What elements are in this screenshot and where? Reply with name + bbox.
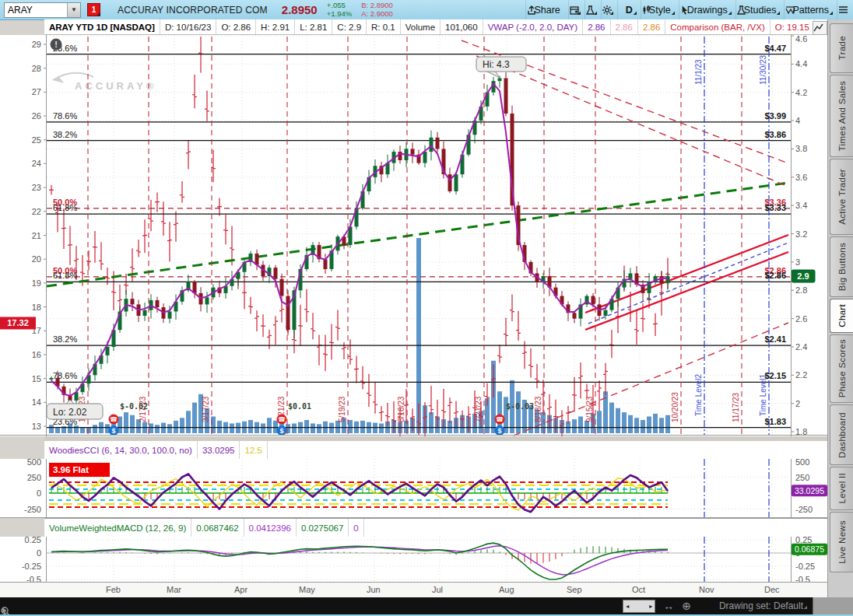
line-chart-icon [813, 23, 823, 33]
ohlc-header-cell: C: 2.9 [332, 19, 367, 34]
study-header-cell[interactable]: VolumeWeightedMACD (12, 26, 9) [44, 519, 191, 537]
sidebar-tab-active-trader[interactable]: Active Trader [830, 159, 853, 235]
svg-text:15: 15 [32, 374, 41, 383]
patterns-icon [785, 5, 796, 16]
style-button[interactable]: Style [641, 0, 679, 19]
study-header-cell[interactable]: WoodiesCCI (6, 14, 30.0, 100.0, no) [44, 441, 198, 459]
ohlc-header-cell: H: 2.91 [256, 19, 295, 34]
svg-text:2.4: 2.4 [795, 342, 807, 352]
sidebar-tab-phase-scores[interactable]: Phase Scores [830, 334, 853, 403]
month-label: Aug [499, 585, 514, 594]
ohlc-header-cell: 101,060 [441, 19, 483, 34]
svg-text:-0.25: -0.25 [22, 562, 41, 571]
ohlc-header-cell: 2.86 [611, 19, 638, 34]
sidebar-tab-level-ii[interactable]: Level II [830, 467, 853, 510]
dividend-icon[interactable]: $ [109, 425, 119, 436]
ohlc-header-cell: O: 2.86 [216, 19, 256, 34]
share-icon [526, 5, 537, 16]
month-label: Jul [432, 585, 443, 594]
svg-text:500: 500 [795, 459, 809, 467]
alert-count-badge[interactable]: 1 [87, 3, 100, 16]
chart-mode-button[interactable] [813, 21, 827, 35]
sidebar-tab-label: Phase Scores [837, 339, 847, 397]
svg-text:16: 16 [32, 350, 41, 359]
study-header-cell[interactable]: 12.5 [240, 441, 267, 459]
svg-text:22: 22 [32, 207, 41, 216]
earnings-call-icon[interactable]: ☎ [109, 415, 119, 425]
settings-button[interactable] [601, 0, 617, 19]
study-header-cell[interactable]: 0.0275067 [297, 519, 349, 537]
svg-text:$0.01: $0.01 [288, 402, 311, 411]
ohlc-header-cell: ARAY YTD 1D [NASDAQ] [44, 19, 160, 34]
study-header-cell[interactable]: 0.0412396 [244, 519, 297, 537]
ohlc-header-cell: 2.86 [638, 19, 665, 34]
symbol-input[interactable] [5, 3, 67, 17]
dividend-icon[interactable]: $ [277, 425, 287, 436]
svg-text:6/16/23: 6/16/23 [397, 396, 405, 422]
month-label: Apr [234, 585, 247, 594]
sidebar-tab-big-buttons[interactable]: Big Buttons [830, 236, 853, 297]
svg-text:0.25: 0.25 [795, 537, 812, 544]
pan-right-icon[interactable]: ▸ [649, 603, 652, 610]
month-label: Mar [167, 585, 181, 594]
svg-text:19: 19 [32, 278, 41, 288]
chart-style-icon [641, 5, 651, 16]
patterns-button[interactable]: Patterns [784, 0, 837, 19]
pan-left-icon[interactable]: ◂ [626, 603, 629, 610]
svg-text:11/30/23: 11/30/23 [759, 54, 767, 85]
earnings-call-icon[interactable]: ☎ [277, 415, 287, 425]
sidebar-tab-times-and-sales[interactable]: Times And Sales [830, 75, 853, 157]
sidebar-tab-live-news[interactable]: Live News [830, 512, 853, 572]
dividend-icon[interactable]: $ [495, 425, 505, 436]
drawing-set-selector[interactable]: Drawing set: Default [719, 600, 809, 611]
earnings-call-icon[interactable]: ☎ [495, 415, 505, 425]
studies-button[interactable]: Studies [735, 0, 785, 19]
svg-text:3.96 Flat: 3.96 Flat [53, 465, 89, 474]
svg-text:Hi: 4.3: Hi: 4.3 [483, 59, 510, 70]
study-header-cell[interactable]: 0 [349, 519, 363, 537]
symbol-dropdown-arrow-icon[interactable]: ▼ [67, 3, 80, 17]
svg-text:!: ! [54, 40, 58, 49]
price-change: +.055+1.94% [327, 2, 353, 18]
gadget-sidebar: TradeTimes And SalesActive TraderBig But… [827, 19, 853, 597]
expand-horizontal-icon[interactable]: ↔ [663, 600, 674, 611]
instrument-info-icon[interactable]: ! [51, 39, 62, 51]
macd-pane[interactable]: 0.250.2500-0.25-0.25-0.5-0.50.06875 [0, 537, 827, 582]
pan-buttons[interactable]: ◂▸ [623, 600, 655, 613]
sidebar-tab-label: Big Buttons [837, 243, 847, 291]
symbol-combo[interactable]: ▼ [4, 2, 81, 18]
menu-button[interactable] [837, 0, 853, 19]
studies-flask-icon [736, 5, 746, 16]
sidebar-tab-dashboard[interactable]: Dashboard [830, 404, 853, 465]
svg-text:11/1/23: 11/1/23 [694, 59, 703, 85]
month-label: Jun [367, 585, 381, 594]
svg-text:17.32: 17.32 [7, 318, 29, 327]
svg-text:-0.25: -0.25 [795, 562, 815, 571]
woodies-cci-pane[interactable]: 3.96 Flat5002500-250500250-25033.0295 [0, 459, 827, 518]
svg-text:28: 28 [32, 64, 41, 73]
sidebar-tab-chart[interactable]: Chart [830, 299, 853, 333]
svg-text:$2.41: $2.41 [764, 334, 786, 344]
macd-study-header: VolumeWeightedMACD (12, 26, 9)0.06874620… [44, 518, 827, 537]
svg-text:33.0295: 33.0295 [795, 486, 824, 495]
study-header-cell[interactable]: 33.0295 [198, 441, 240, 459]
month-label: Nov [699, 585, 714, 594]
sidebar-tab-trade[interactable]: Trade [830, 23, 853, 73]
svg-text:$: $ [497, 427, 501, 435]
chart-bottom-toolbar: ◂▸ ↔ ⊕ Drawing set: Default [0, 597, 853, 614]
flask-button[interactable] [584, 0, 601, 19]
main-price-chart[interactable]: ACCURAY®1.822.22.42.62.833.23.43.63.844.… [0, 35, 827, 436]
bottom-bar-resize-area[interactable] [813, 597, 853, 614]
svg-text:☎: ☎ [496, 416, 504, 423]
ohlc-header-cell: L: 2.81 [295, 19, 332, 34]
svg-text:5/19/23: 5/19/23 [338, 396, 346, 422]
drawings-button[interactable]: Drawings [679, 0, 735, 19]
timeframe-button[interactable]: D [617, 0, 641, 19]
svg-text:-250: -250 [795, 505, 813, 514]
study-header-cell[interactable]: 0.0687462 [191, 519, 244, 537]
svg-text:61.8%: 61.8% [53, 203, 77, 212]
month-label: Sep [567, 585, 582, 594]
share-button[interactable]: Share [525, 0, 567, 19]
calendar-button[interactable] [568, 0, 584, 19]
move-crosshair-icon[interactable]: ⊕ [682, 600, 691, 611]
